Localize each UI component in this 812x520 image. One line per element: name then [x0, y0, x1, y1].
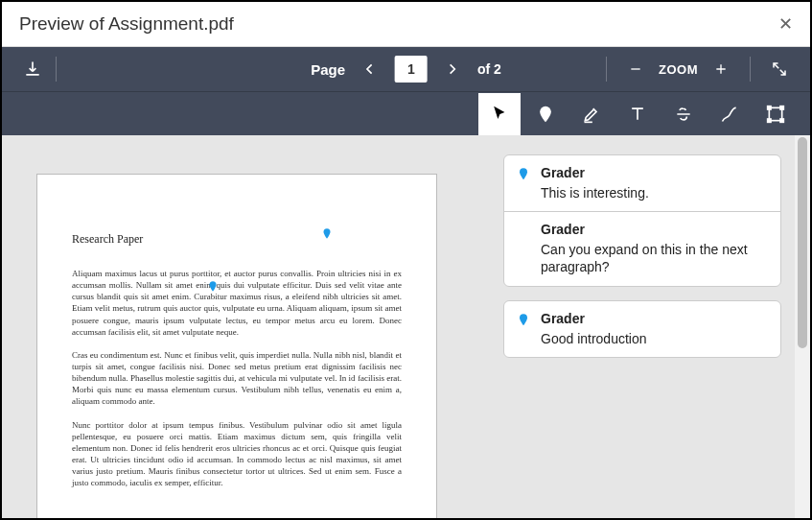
comment-author: Grader	[541, 311, 769, 326]
titlebar: Preview of Assignment.pdf ✕	[2, 2, 810, 47]
svg-rect-2	[780, 106, 783, 108]
comment-author: Grader	[541, 165, 769, 180]
prev-page-button[interactable]	[353, 52, 387, 86]
document-paragraph: Nunc porttitor dolor at ipsum tempus fin…	[72, 419, 402, 489]
comment-card[interactable]: Grader Good introduction	[503, 300, 781, 358]
comment-item[interactable]: Grader Good introduction	[504, 301, 780, 357]
page-number-input[interactable]	[395, 56, 428, 83]
pointer-tool[interactable]	[478, 93, 521, 135]
strikethrough-tool[interactable]	[662, 93, 705, 135]
pin-tool[interactable]	[524, 93, 567, 135]
document-paragraph: Aliquam maximus lacus ut purus porttitor…	[72, 268, 402, 338]
draw-tool[interactable]	[708, 93, 751, 135]
text-tool[interactable]	[616, 93, 659, 135]
annotation-pin-icon[interactable]	[206, 278, 216, 288]
comment-item[interactable]: Grader This is interesting.	[504, 155, 780, 211]
svg-rect-3	[768, 119, 771, 122]
scrollbar-thumb[interactable]	[798, 137, 807, 348]
preview-window: Preview of Assignment.pdf ✕ Page of 2 ZO…	[0, 0, 812, 520]
comment-text: Good introduction	[541, 330, 769, 347]
document-title: Research Paper	[72, 232, 402, 247]
toolbar-annotations	[2, 91, 810, 135]
pin-icon	[516, 311, 531, 347]
document-page: Research Paper Aliquam maximus lacus ut …	[36, 174, 437, 518]
document-paragraph: Cras eu condimentum est. Nunc et finibus…	[72, 349, 402, 408]
zoom-label: ZOOM	[659, 62, 698, 77]
zoom-out-button[interactable]	[618, 52, 653, 86]
page-navigation: Page of 2	[311, 52, 501, 86]
close-icon[interactable]: ✕	[778, 13, 793, 35]
separator	[750, 57, 751, 82]
comment-item[interactable]: Grader Can you expand on this in the nex…	[504, 211, 780, 285]
fullscreen-button[interactable]	[762, 52, 797, 86]
comment-card[interactable]: Grader This is interesting. Grader Can y…	[503, 154, 781, 287]
comments-panel: Grader This is interesting. Grader Can y…	[492, 135, 795, 518]
download-button[interactable]	[15, 52, 50, 86]
next-page-button[interactable]	[435, 52, 470, 86]
page-total-label: of 2	[477, 61, 501, 77]
pin-icon	[516, 165, 531, 201]
svg-rect-4	[780, 119, 783, 122]
zoom-in-button[interactable]	[704, 52, 738, 86]
toolbar-main: Page of 2 ZOOM	[2, 47, 810, 91]
annotation-pin-icon[interactable]	[320, 225, 330, 235]
comment-text: Can you expand on this in the next parag…	[541, 241, 769, 275]
comment-text: This is interesting.	[541, 184, 769, 201]
separator	[606, 57, 607, 82]
page-label: Page	[311, 61, 345, 78]
separator	[56, 57, 57, 82]
highlight-tool[interactable]	[570, 93, 613, 135]
svg-rect-1	[768, 106, 771, 108]
document-viewport[interactable]: Research Paper Aliquam maximus lacus ut …	[2, 135, 492, 518]
zoom-controls: ZOOM	[600, 52, 797, 86]
rectangle-tool[interactable]	[754, 93, 797, 135]
window-title: Preview of Assignment.pdf	[19, 13, 234, 35]
comment-author: Grader	[541, 222, 769, 237]
vertical-scrollbar[interactable]	[795, 135, 810, 518]
content-area: Research Paper Aliquam maximus lacus ut …	[2, 135, 810, 518]
scrollbar-track[interactable]	[795, 135, 810, 518]
